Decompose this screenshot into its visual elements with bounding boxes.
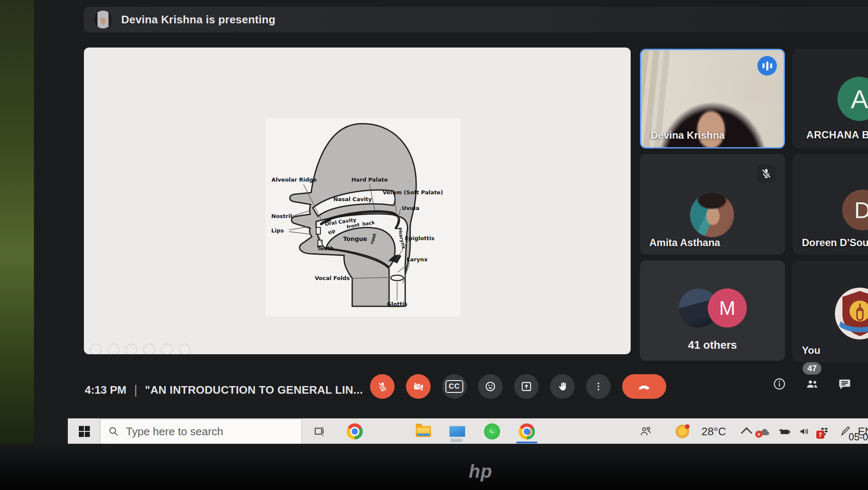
end-call-icon <box>637 379 651 394</box>
upper-teeth-shape <box>316 227 320 234</box>
captions-button[interactable]: CC <box>442 374 467 399</box>
presenter-avatar <box>94 11 112 28</box>
label-hard-palate: Hard Palate <box>351 176 388 183</box>
label-vocal-folds: Vocal Folds <box>315 275 350 281</box>
chevron-up-icon <box>741 427 752 439</box>
avatar-initial: A <box>837 77 868 121</box>
reactions-button[interactable] <box>478 374 503 399</box>
task-view-icon <box>313 426 325 437</box>
meeting-panels: 47 <box>772 377 868 391</box>
end-call-button[interactable] <box>622 374 666 399</box>
label-teeth: Teeth <box>317 245 334 252</box>
laptop-photo: Devina Krishna is presenting <box>0 0 868 490</box>
people-outline-icon <box>639 425 652 438</box>
more-vert-icon <box>593 381 604 392</box>
taskbar-chrome-button[interactable] <box>342 419 368 444</box>
present-icon <box>520 381 532 392</box>
label-epiglottis: Epiglottis <box>405 235 434 241</box>
laptop-screen: Devina Krishna is presenting <box>34 0 868 445</box>
active-app-indicator <box>516 442 537 443</box>
tray-expand-button[interactable] <box>738 419 754 444</box>
presentation-stage: Alveolar Ridge Hard Palate Nasal Cavity … <box>84 48 631 354</box>
raise-hand-button[interactable] <box>550 374 575 399</box>
meeting-info: 4:13 PM | "AN INTRODUCTION TO GENERAL LI… <box>85 380 363 400</box>
more-options-button[interactable] <box>586 374 611 399</box>
background-wall <box>0 0 34 490</box>
self-label: You <box>802 344 821 356</box>
avatar-photo <box>690 193 734 237</box>
weather-temp[interactable]: 28°C <box>693 419 734 444</box>
label-nostril: Nostril <box>271 213 292 219</box>
label-uvula: Uvula <box>402 205 420 211</box>
taskbar-people-button[interactable] <box>632 419 659 444</box>
smiley-icon <box>484 381 496 392</box>
presenting-banner: Devina Krishna is presenting <box>84 7 868 32</box>
avatar-initial: D <box>842 190 868 230</box>
monitor-icon <box>449 426 465 437</box>
vocal-folds-shape <box>391 275 403 281</box>
camera-off-button[interactable] <box>406 374 431 399</box>
search-icon <box>108 426 119 437</box>
speaker-icon <box>798 426 810 437</box>
chat-button[interactable] <box>837 377 852 391</box>
weather-icon <box>676 425 689 438</box>
battery-tray-icon[interactable] <box>775 419 794 444</box>
laptop-brand-logo: hp <box>464 461 498 482</box>
tile-41-others[interactable]: M 41 others <box>640 260 785 361</box>
label-larynx: Larynx <box>406 256 428 263</box>
laptop-bezel <box>0 444 868 490</box>
file-explorer-button[interactable] <box>410 419 437 444</box>
chat-icon <box>838 377 851 391</box>
onedrive-error-badge: × <box>755 431 762 438</box>
meeting-title: "AN INTRODUCTION TO GENERAL LIN... <box>145 384 363 397</box>
this-pc-button[interactable] <box>444 419 470 444</box>
participants-button[interactable]: 47 <box>805 377 819 391</box>
school-crest-logo <box>833 287 868 340</box>
people-icon <box>805 377 819 391</box>
whatsapp-button[interactable] <box>479 419 505 444</box>
file-explorer-icon <box>416 426 431 437</box>
onedrive-tray-icon[interactable]: × <box>755 419 774 444</box>
mic-off-button[interactable] <box>370 374 395 399</box>
tile-you[interactable]: You <box>793 260 868 362</box>
info-icon <box>773 377 786 391</box>
label-nasal-cavity: Nasal Cavity <box>333 196 372 202</box>
others-count-label: 41 others <box>640 339 785 352</box>
call-controls: CC <box>370 374 666 399</box>
label-tongue: Tongue <box>343 235 367 242</box>
tile-amita-asthana[interactable]: Amita Asthana <box>640 154 785 255</box>
vocal-tract-diagram: Alveolar Ridge Hard Palate Nasal Cavity … <box>268 120 450 307</box>
meeting-clock: 4:13 PM <box>85 384 126 397</box>
tile-devina-krishna[interactable]: Devina Krishna <box>640 49 785 148</box>
search-input[interactable] <box>125 425 288 439</box>
mic-muted-icon <box>757 164 776 183</box>
windows-taskbar: 28°C × 7 <box>68 418 868 444</box>
participant-name: Amita Asthana <box>649 237 720 249</box>
participant-name: ARCHANA BRAHMA <box>793 129 868 141</box>
start-button[interactable] <box>71 419 97 444</box>
slide-ghost-controls <box>90 344 191 354</box>
label-alveolar-ridge: Alveolar Ridge <box>272 176 317 183</box>
tile-archana-brahma[interactable]: A ARCHANA BRAHMA <box>793 49 868 148</box>
task-view-button[interactable] <box>306 419 332 444</box>
taskbar-clock[interactable]: 16:13 05-04-2023 <box>810 419 868 444</box>
participant-name: Devina Krishna <box>651 129 725 141</box>
tile-doreen-dsouza[interactable]: D Doreen D'Souza <box>793 154 868 255</box>
windows-logo-icon <box>79 426 90 437</box>
label-velum: Velum (Soft Palate) <box>383 189 443 196</box>
chrome-active-button[interactable] <box>514 419 540 444</box>
separator: | <box>134 383 137 397</box>
taskbar-search[interactable] <box>100 419 302 444</box>
label-lips: Lips <box>271 227 284 234</box>
weather-widget[interactable] <box>673 419 692 444</box>
chrome-icon <box>347 423 363 440</box>
label-glottis: Glottis <box>387 301 408 307</box>
chrome-notification-badge <box>525 428 532 436</box>
presenting-status-text: Devina Krishna is presenting <box>121 13 275 26</box>
present-screen-button[interactable] <box>514 374 539 399</box>
cc-icon: CC <box>445 380 464 393</box>
meeting-details-button[interactable] <box>772 377 787 391</box>
participant-name: Doreen D'Souza <box>802 237 868 249</box>
tray-date: 05-04-2023 <box>849 431 868 443</box>
audio-indicator-icon <box>757 56 777 76</box>
